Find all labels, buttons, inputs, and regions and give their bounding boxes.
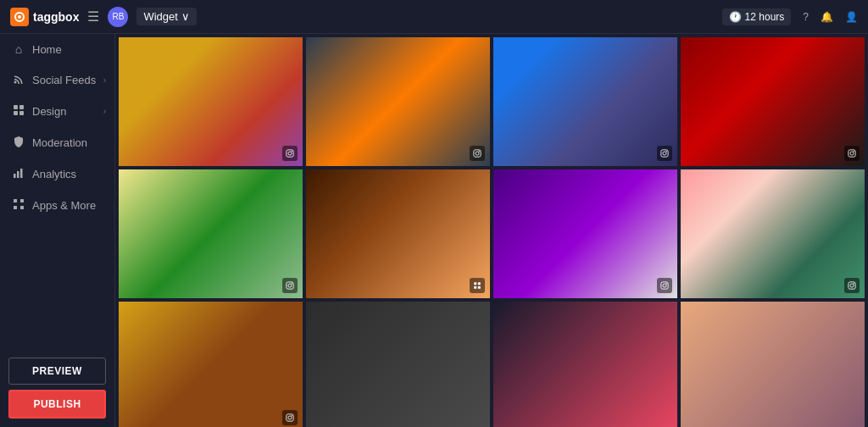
sidebar-item-apps-more[interactable]: Apps & More — [0, 190, 114, 221]
svg-point-35 — [666, 283, 667, 284]
sidebar-item-design[interactable]: Design › — [0, 96, 114, 127]
analytics-icon — [12, 167, 25, 181]
instagram-icon-7 — [657, 278, 672, 293]
svg-rect-12 — [14, 206, 17, 209]
moderation-icon — [12, 136, 25, 150]
svg-rect-26 — [287, 282, 293, 289]
widget-label: Widget — [143, 10, 177, 23]
dropdown-arrow-icon: ∨ — [181, 10, 190, 23]
svg-point-1 — [18, 15, 21, 19]
instagram-icon-5 — [282, 278, 298, 293]
apps-icon — [12, 198, 25, 213]
svg-point-41 — [292, 415, 292, 416]
clock-icon: 🕐 — [729, 11, 742, 23]
user-icon[interactable]: 👤 — [845, 11, 858, 23]
preview-button[interactable]: PREVIEW — [8, 358, 106, 385]
topbar-left: taggbox ☰ RB Widget ∨ — [10, 7, 197, 27]
svg-point-27 — [288, 284, 292, 287]
other-icon-6 — [470, 278, 485, 293]
photo-cell-7[interactable] — [493, 169, 677, 298]
topbar: taggbox ☰ RB Widget ∨ 🕐 12 hours ? 🔔 👤 — [0, 0, 868, 34]
avatar[interactable]: RB — [108, 7, 128, 27]
svg-rect-23 — [849, 150, 855, 157]
home-icon: ⌂ — [12, 42, 25, 56]
instagram-icon-4 — [844, 146, 860, 161]
svg-rect-11 — [20, 199, 24, 202]
menu-icon[interactable]: ☰ — [87, 8, 99, 25]
svg-point-18 — [476, 152, 479, 155]
svg-rect-20 — [661, 150, 668, 157]
bell-icon[interactable]: 🔔 — [821, 11, 833, 23]
help-icon[interactable]: ? — [803, 11, 809, 23]
social-feeds-icon — [12, 73, 25, 87]
photo-cell-3[interactable] — [493, 37, 677, 166]
instagram-icon-8 — [844, 278, 860, 293]
photo-cell-5[interactable] — [119, 169, 303, 298]
sidebar-label-social-feeds: Social Feeds — [32, 74, 96, 86]
photo-cell-10[interactable] — [306, 302, 490, 427]
svg-rect-3 — [14, 105, 18, 109]
svg-point-15 — [288, 152, 292, 155]
sidebar-label-home: Home — [32, 43, 62, 56]
photo-cell-4[interactable] — [681, 37, 865, 166]
svg-rect-14 — [287, 150, 293, 157]
sidebar-item-home[interactable]: ⌂ Home — [0, 34, 114, 64]
publish-button[interactable]: PUBLISH — [8, 390, 106, 419]
logo[interactable]: taggbox — [10, 8, 79, 26]
svg-rect-9 — [20, 169, 23, 178]
sidebar: ⌂ Home Social Feeds › Design › Moderatio… — [0, 34, 115, 427]
svg-rect-39 — [287, 414, 293, 421]
svg-rect-5 — [14, 111, 18, 115]
svg-rect-10 — [14, 199, 17, 202]
svg-rect-6 — [19, 111, 24, 115]
svg-rect-17 — [474, 150, 481, 157]
svg-point-38 — [854, 283, 854, 284]
widget-dropdown[interactable]: Widget ∨ — [136, 8, 196, 25]
arrow-icon-design: › — [103, 107, 106, 116]
svg-rect-4 — [19, 105, 24, 109]
design-icon — [12, 104, 25, 119]
sidebar-label-analytics: Analytics — [32, 168, 76, 180]
svg-point-40 — [288, 416, 292, 419]
logo-icon — [10, 8, 29, 26]
svg-rect-36 — [849, 282, 855, 289]
sidebar-label-moderation: Moderation — [32, 136, 87, 149]
svg-point-16 — [292, 151, 292, 152]
svg-point-2 — [14, 81, 17, 84]
svg-rect-13 — [20, 206, 24, 209]
instagram-icon-9 — [282, 410, 298, 425]
arrow-icon: › — [103, 75, 106, 85]
sidebar-label-apps-more: Apps & More — [32, 199, 96, 212]
svg-rect-29 — [474, 282, 476, 285]
svg-point-37 — [850, 284, 854, 287]
svg-point-24 — [850, 152, 854, 155]
sidebar-bottom: PREVIEW PUBLISH — [0, 349, 114, 427]
photo-cell-8[interactable] — [681, 169, 865, 298]
photo-cell-6[interactable] — [306, 169, 490, 298]
photo-cell-9[interactable] — [119, 302, 303, 427]
svg-point-21 — [663, 152, 666, 155]
svg-point-34 — [663, 284, 666, 287]
sidebar-item-analytics[interactable]: Analytics — [0, 158, 114, 190]
svg-point-25 — [854, 151, 854, 152]
photo-cell-11[interactable] — [493, 302, 677, 427]
instagram-icon-2 — [470, 146, 485, 161]
svg-point-19 — [479, 151, 480, 152]
svg-rect-32 — [478, 286, 481, 289]
svg-rect-33 — [661, 282, 668, 289]
topbar-right: 🕐 12 hours ? 🔔 👤 — [722, 8, 858, 25]
sidebar-item-social-feeds[interactable]: Social Feeds › — [0, 64, 114, 96]
sidebar-item-moderation[interactable]: Moderation — [0, 127, 114, 158]
time-label: 12 hours — [745, 11, 785, 23]
svg-rect-30 — [478, 282, 481, 285]
photo-cell-12[interactable] — [681, 302, 865, 427]
instagram-icon-3 — [657, 146, 672, 161]
photo-cell-2[interactable] — [306, 37, 490, 166]
photo-grid — [115, 34, 868, 427]
photo-grid-container — [115, 34, 868, 427]
time-badge: 🕐 12 hours — [722, 8, 792, 25]
photo-cell-1[interactable] — [119, 37, 303, 166]
svg-point-22 — [666, 151, 667, 152]
instagram-icon-1 — [282, 146, 298, 161]
logo-text: taggbox — [33, 10, 79, 24]
